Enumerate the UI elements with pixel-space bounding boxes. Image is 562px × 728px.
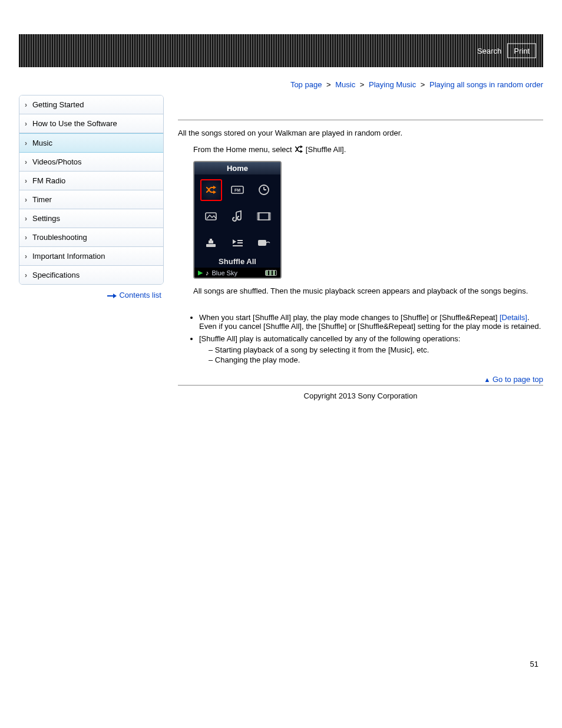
device-nowplaying-icon bbox=[253, 232, 275, 253]
sub-bullet-1: Starting playback of a song by selecting… bbox=[209, 345, 543, 354]
play-icon: ▶ bbox=[198, 269, 203, 276]
breadcrumb-current[interactable]: Playing all songs in random order bbox=[429, 80, 543, 89]
page-number: 51 bbox=[0, 424, 562, 692]
now-playing-song: Blue Sky bbox=[212, 269, 263, 276]
breadcrumb-sep: > bbox=[324, 80, 333, 89]
svg-rect-15 bbox=[206, 244, 216, 247]
svg-rect-22 bbox=[258, 240, 266, 246]
svg-marker-5 bbox=[213, 190, 216, 194]
svg-rect-17 bbox=[210, 239, 212, 241]
svg-marker-1 bbox=[113, 294, 117, 298]
breadcrumb-sep: > bbox=[358, 80, 367, 89]
sidebar-item-getting-started[interactable]: Getting Started bbox=[19, 95, 163, 114]
breadcrumb-sep: > bbox=[418, 80, 428, 89]
intro-text: All the songs stored on your Walkman are… bbox=[178, 129, 543, 137]
header-bar: Search Print bbox=[19, 34, 543, 67]
main-content: All the songs stored on your Walkman are… bbox=[178, 95, 543, 424]
details-link[interactable]: [Details] bbox=[500, 313, 527, 322]
sidebar-item-timer[interactable]: Timer bbox=[19, 190, 163, 209]
device-shuffle-label: Shuffle All bbox=[194, 256, 280, 268]
device-clock-icon bbox=[253, 179, 275, 201]
device-playlist-icon bbox=[227, 232, 249, 253]
note-icon: ♪ bbox=[206, 269, 209, 276]
copyright-text: Copyright 2013 Sony Corporation bbox=[178, 388, 543, 424]
sidebar-item-fm-radio[interactable]: FM Radio bbox=[19, 172, 163, 190]
sidebar-item-important-info[interactable]: Important Information bbox=[19, 247, 163, 266]
device-shuffle-icon bbox=[200, 179, 222, 201]
sidebar-item-specifications[interactable]: Specifications bbox=[19, 266, 163, 284]
go-to-top-link[interactable]: Go to page top bbox=[492, 375, 543, 384]
battery-icon bbox=[265, 270, 277, 276]
breadcrumb-top[interactable]: Top page bbox=[290, 80, 322, 89]
svg-text:FM: FM bbox=[234, 188, 240, 192]
breadcrumb-playing-music[interactable]: Playing Music bbox=[369, 80, 416, 89]
bullet-2: [Shuffle All] play is automatically canc… bbox=[199, 334, 543, 364]
device-fm-icon: FM bbox=[227, 179, 249, 201]
search-link[interactable]: Search bbox=[477, 47, 501, 55]
device-title: Home bbox=[194, 162, 280, 174]
sidebar-item-troubleshooting[interactable]: Troubleshooting bbox=[19, 228, 163, 247]
sidebar-item-settings[interactable]: Settings bbox=[19, 209, 163, 228]
device-settings-icon bbox=[200, 232, 222, 253]
svg-marker-18 bbox=[233, 239, 236, 244]
device-video-icon bbox=[253, 206, 275, 228]
bullet-1: When you start [Shuffle All] play, the p… bbox=[199, 313, 543, 331]
instruction-text: From the Home menu, select [Shuffle All]… bbox=[178, 145, 543, 155]
svg-marker-3 bbox=[300, 150, 303, 153]
sidebar-nav: Getting Started How to Use the Software … bbox=[19, 95, 164, 285]
svg-rect-16 bbox=[209, 241, 213, 243]
print-button[interactable]: Print bbox=[507, 44, 536, 58]
triangle-up-icon: ▲ bbox=[484, 376, 490, 383]
breadcrumb-music[interactable]: Music bbox=[335, 80, 355, 89]
device-photo-icon bbox=[200, 206, 222, 228]
sidebar-item-videos-photos[interactable]: Videos/Photos bbox=[19, 153, 163, 172]
breadcrumb: Top page > Music > Playing Music > Playi… bbox=[19, 67, 543, 95]
result-text: All songs are shuffled. Then the music p… bbox=[178, 286, 543, 295]
sidebar-item-software[interactable]: How to Use the Software bbox=[19, 114, 163, 133]
device-music-icon bbox=[227, 206, 249, 228]
sub-bullet-2: Changing the play mode. bbox=[209, 355, 543, 364]
svg-rect-12 bbox=[259, 213, 269, 220]
shuffle-icon bbox=[294, 145, 303, 155]
sidebar-item-music[interactable]: Music bbox=[19, 133, 163, 153]
svg-marker-2 bbox=[300, 146, 303, 149]
device-screenshot: Home FM Shuffle All ▶ ♪ Blue Sky bbox=[193, 161, 282, 279]
contents-list-link[interactable]: Contents list bbox=[119, 291, 161, 299]
svg-marker-4 bbox=[213, 186, 216, 189]
arrow-right-icon bbox=[107, 293, 117, 299]
